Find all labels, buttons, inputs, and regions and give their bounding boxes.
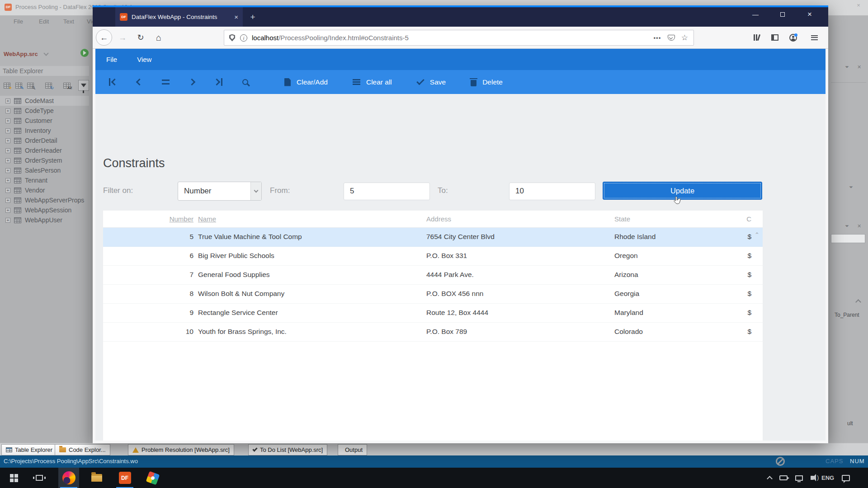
right-panel2-close-icon[interactable]: ✕ — [857, 221, 861, 230]
table-tree-item[interactable]: + OrderSystem — [0, 155, 89, 165]
tray-action-center-icon[interactable] — [842, 475, 850, 481]
chevron-down-icon[interactable] — [43, 51, 48, 56]
explore-table-icon[interactable]: 🔍︎ — [27, 83, 34, 89]
url-bar[interactable]: i localhost/ProcessPooling/Index.html#oC… — [224, 30, 694, 46]
toolbar-action-button[interactable]: Save — [417, 78, 446, 86]
run-button[interactable] — [80, 49, 89, 57]
menu-button[interactable] — [806, 29, 822, 46]
webapp-menu-file[interactable]: File — [106, 56, 117, 63]
record-nav-icon[interactable] — [189, 78, 194, 86]
toolbar-action-button[interactable]: Delete — [471, 78, 503, 86]
tree-expand-icon[interactable]: + — [5, 208, 10, 213]
new-table-icon[interactable]: ✦ — [4, 83, 10, 89]
pocket-icon[interactable] — [668, 35, 675, 41]
tree-expand-icon[interactable]: + — [5, 188, 10, 193]
back-button[interactable]: ← — [96, 29, 112, 46]
tab-close-icon[interactable]: × — [234, 13, 238, 21]
table-row[interactable]: 10 Youth for Brass Springs, Inc. P.O. Bo… — [103, 323, 763, 342]
firefox-taskbar-button[interactable] — [58, 468, 79, 488]
ide-bottom-tab[interactable]: Output — [338, 444, 367, 455]
ide-menu-edit[interactable]: Edit — [39, 18, 49, 25]
right-panel-close-icon[interactable]: ✕ — [857, 62, 861, 70]
tree-expand-icon[interactable]: + — [5, 178, 10, 183]
tree-expand-icon[interactable]: + — [5, 218, 10, 223]
toolbar-action-button[interactable]: Clear/Add — [284, 78, 328, 86]
tree-expand-icon[interactable]: + — [5, 168, 10, 173]
dataflex-taskbar-button[interactable]: DF — [114, 468, 135, 488]
ide-menu-text[interactable]: Text — [63, 18, 74, 25]
record-nav-icon[interactable] — [162, 78, 170, 86]
table-tree-item[interactable]: + Vendor — [0, 185, 89, 195]
tray-expand-icon[interactable] — [767, 476, 773, 482]
edit-table-icon[interactable]: ✎ — [15, 83, 22, 89]
window-maximize-button[interactable] — [772, 7, 793, 22]
ide-bottom-tab[interactable]: To Do List [WebApp.src] — [248, 444, 327, 455]
sort-tables-icon[interactable]: AZ — [63, 83, 70, 89]
to-input[interactable]: 10 — [509, 183, 595, 200]
column-header-number[interactable]: Number — [157, 215, 193, 223]
record-nav-icon[interactable] — [242, 78, 248, 86]
table-row[interactable]: 9 Rectangle Service Center Route 12, Box… — [103, 304, 763, 323]
record-nav-icon[interactable] — [137, 78, 142, 86]
table-tree-item[interactable]: + OrderHeader — [0, 145, 89, 155]
window-close-button[interactable]: × — [799, 7, 820, 22]
ide-bottom-tab[interactable]: Table Explorer — [1, 444, 57, 455]
table-row[interactable]: 7 General Food Supplies 4444 Park Ave. A… — [103, 266, 763, 285]
filter-tables-button[interactable] — [78, 80, 89, 91]
ide-close-button[interactable]: × — [852, 2, 865, 9]
table-row[interactable]: 5 True Value Machine & Tool Comp 7654 Ci… — [103, 228, 763, 247]
right-combo-chevron-icon[interactable]: ⏷ — [849, 183, 853, 191]
new-tab-button[interactable]: + — [246, 11, 259, 23]
table-tree-item[interactable]: + Tennant — [0, 175, 89, 185]
update-button[interactable]: Update — [603, 182, 762, 200]
url-text[interactable]: localhost/ProcessPooling/Index.html#oCon… — [252, 34, 654, 42]
tree-expand-icon[interactable]: + — [5, 99, 10, 103]
from-input[interactable]: 5 — [344, 183, 430, 200]
scroll-up-icon[interactable] — [855, 299, 861, 305]
reload-button[interactable]: ↻ — [132, 29, 149, 46]
account-button[interactable] — [785, 29, 801, 46]
refresh-table-icon[interactable]: ↻ — [45, 83, 52, 89]
toolbar-action-button[interactable]: Clear all — [353, 78, 392, 86]
library-button[interactable] — [749, 29, 765, 46]
site-info-icon[interactable]: i — [240, 34, 247, 42]
file-explorer-taskbar-button[interactable] — [86, 468, 107, 488]
table-tree-item[interactable]: + WebAppUser — [0, 215, 89, 225]
tray-language[interactable]: ENG — [821, 474, 834, 481]
ide-bottom-tab[interactable]: Problem Resolution [WebApp.src] — [128, 444, 234, 455]
table-tree-item[interactable]: + SalesPerson — [0, 165, 89, 175]
task-view-button[interactable] — [29, 468, 50, 488]
table-tree-item[interactable]: + WebAppServerProps — [0, 195, 89, 205]
column-header-name[interactable]: Name — [198, 215, 415, 223]
table-tree-item[interactable]: + CodeMast — [0, 96, 89, 106]
page-actions-icon[interactable]: ••• — [654, 35, 661, 41]
table-row[interactable]: 6 Big River Public Schools P.O. Box 331 … — [103, 247, 763, 266]
table-tree-item[interactable]: + Customer — [0, 116, 89, 126]
tray-device-icon[interactable] — [779, 475, 788, 480]
tracking-shield-icon[interactable] — [229, 34, 235, 42]
tree-expand-icon[interactable]: + — [5, 128, 10, 133]
column-header-c[interactable]: C — [737, 215, 751, 223]
ide-bottom-tab[interactable]: Code Explor... — [55, 444, 110, 455]
webapp-menu-view[interactable]: View — [137, 56, 151, 63]
select-chevron[interactable] — [250, 182, 261, 200]
table-tree-item[interactable]: + OrderDetail — [0, 136, 89, 145]
bookmark-star-icon[interactable]: ☆ — [681, 33, 688, 42]
window-minimize-button[interactable]: — — [745, 7, 766, 22]
project-combo[interactable]: WebApp.src — [4, 51, 38, 57]
tree-expand-icon[interactable]: + — [5, 158, 10, 163]
forward-button[interactable]: → — [114, 29, 131, 46]
right-panel-pin-icon[interactable]: ⏷ — [845, 62, 849, 70]
right-panel-field[interactable] — [831, 234, 865, 243]
table-tree-item[interactable]: + WebAppSession — [0, 205, 89, 215]
tree-expand-icon[interactable]: + — [5, 148, 10, 153]
tree-expand-icon[interactable]: + — [5, 108, 10, 113]
table-tree-item[interactable]: + Inventory — [0, 126, 89, 136]
column-header-state[interactable]: State — [614, 215, 732, 223]
table-row[interactable]: 8 Wilson Bolt & Nut Company P.O. BOX 456… — [103, 285, 763, 304]
tree-expand-icon[interactable]: + — [5, 198, 10, 203]
grid-scroll-up-icon[interactable]: ⌃ — [755, 231, 760, 237]
record-nav-icon[interactable] — [109, 78, 117, 86]
filter-field-select[interactable]: Number — [178, 182, 262, 201]
studio-taskbar-button[interactable] — [142, 468, 163, 488]
